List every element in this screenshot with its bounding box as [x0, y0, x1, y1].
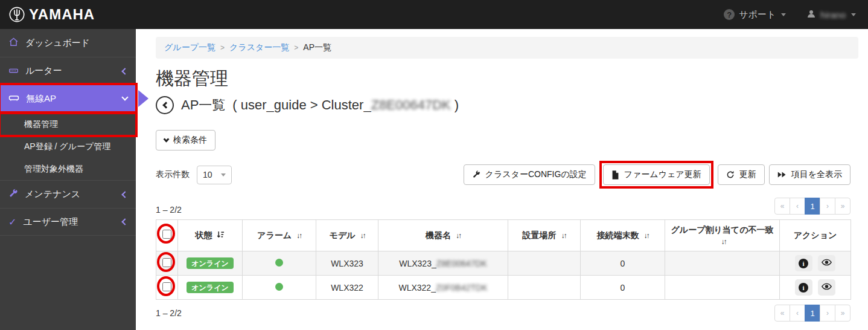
column-label: 設置場所: [523, 230, 557, 240]
support-menu[interactable]: ? サポート: [724, 9, 786, 21]
column-label: 状態: [196, 230, 212, 240]
column-header-clients[interactable]: 接続端末数 ↓↑: [581, 220, 665, 251]
result-range-text: 1 – 2/2: [156, 205, 182, 215]
row-checkbox[interactable]: [162, 282, 171, 291]
column-label: アクション: [794, 230, 837, 240]
search-conditions-button[interactable]: 検索条件: [156, 130, 215, 150]
device-view-button[interactable]: [818, 279, 835, 296]
pagination-page-1[interactable]: 1: [805, 198, 820, 215]
location-cell: [508, 276, 581, 300]
pagination-last-button[interactable]: »: [835, 305, 850, 322]
sidebar-item-device-management[interactable]: 機器管理: [0, 113, 136, 135]
row-checkbox[interactable]: [162, 258, 171, 267]
sidebar-item-label: AP登録 / グループ管理: [24, 141, 110, 152]
column-header-actions: アクション: [780, 220, 851, 251]
main-content: グループ一覧 > クラスター一覧 > AP一覧 機器管理 AP一覧 ( user…: [136, 29, 868, 330]
table-row: オンライン WLX322 WLX322_Z0F0B42TDK 0 i: [156, 276, 851, 300]
eye-icon: [822, 259, 832, 268]
support-label: サポート: [739, 9, 776, 21]
wrench-icon: [472, 170, 480, 179]
sort-icon: ↓↑: [456, 231, 461, 240]
mismatch-cell: [665, 276, 780, 300]
cluster-config-button[interactable]: クラスターCONFIGの設定: [464, 164, 595, 185]
pagination-first-button[interactable]: «: [774, 305, 790, 322]
sidebar-item-unmanaged-devices[interactable]: 管理対象外機器: [0, 158, 136, 180]
user-icon: [806, 9, 816, 21]
device-info-button[interactable]: i: [795, 279, 812, 296]
cluster-config-label: クラスターCONFIGの設定: [485, 169, 587, 180]
access-point-icon: [8, 94, 19, 104]
device-name-prefix: WLX322_: [398, 283, 435, 293]
sidebar-item-maintenance[interactable]: メンテナンス: [0, 180, 136, 208]
sidebar-item-label: メンテナンス: [25, 189, 116, 200]
file-icon: [611, 170, 619, 180]
top-navbar: YAMAHA ? サポート hirano: [0, 0, 868, 29]
device-name-cell: WLX323_Z8E00647DK: [378, 251, 508, 276]
page-size-select[interactable]: 10: [197, 166, 232, 184]
column-label: 機器名: [426, 230, 451, 240]
device-serial-masked: Z8E00647DK: [436, 259, 487, 268]
eye-icon: [822, 283, 832, 292]
sidebar-item-dashboard[interactable]: ダッシュボード: [0, 29, 136, 57]
column-header-location[interactable]: 設置場所 ↓↑: [508, 220, 581, 251]
mismatch-cell: [665, 251, 780, 276]
list-label: AP一覧: [181, 96, 225, 114]
fast-forward-icon: [777, 171, 787, 178]
active-item-arrow: [138, 90, 148, 107]
pagination-first-button[interactable]: «: [774, 198, 790, 215]
breadcrumb-group-list[interactable]: グループ一覧: [164, 42, 215, 53]
sidebar-item-wireless-ap[interactable]: 無線AP: [0, 85, 136, 112]
breadcrumb: グループ一覧 > クラスター一覧 > AP一覧: [156, 37, 858, 59]
pagination-prev-button[interactable]: ‹: [790, 305, 805, 322]
device-view-button[interactable]: [818, 255, 835, 271]
chevron-down-icon: [164, 137, 170, 143]
breadcrumb-separator: >: [220, 44, 225, 52]
chevron-left-icon: [162, 102, 169, 108]
column-header-status[interactable]: 状態: [178, 220, 243, 251]
device-info-button[interactable]: i: [795, 255, 812, 271]
result-range-text-bottom: 1 – 2/2: [156, 308, 182, 318]
column-label: 接続端末数: [597, 230, 639, 240]
sort-icon: ↓↑: [360, 231, 365, 240]
pagination-next-button[interactable]: ›: [820, 198, 835, 215]
breadcrumb-ap-list: AP一覧: [303, 42, 331, 53]
check-icon: ✓: [8, 216, 16, 228]
column-header-group-mismatch[interactable]: グループ割り当ての不一致 ↓↑: [665, 220, 780, 251]
user-name: hirano: [820, 10, 846, 20]
clients-cell: 0: [581, 251, 665, 276]
column-header-device-name[interactable]: 機器名 ↓↑: [378, 220, 508, 251]
pagination-last-button[interactable]: »: [835, 198, 850, 215]
cluster-context: ( user_guide > Cluster_Z8E00647DK ): [232, 97, 459, 113]
router-icon: [8, 65, 19, 77]
cluster-id-masked: Z8E00647DK: [371, 97, 451, 112]
pagination-prev-button[interactable]: ‹: [790, 198, 805, 215]
chevron-left-icon: [121, 68, 128, 74]
show-all-columns-button[interactable]: 項目を全表示: [769, 164, 850, 185]
device-table: 状態 アラーム ↓↑: [156, 219, 851, 300]
back-button[interactable]: [156, 96, 174, 114]
sidebar-item-router[interactable]: ルーター: [0, 57, 136, 85]
sidebar-item-ap-registration[interactable]: AP登録 / グループ管理: [0, 135, 136, 158]
model-cell: WLX322: [316, 276, 378, 300]
pagination-top: « ‹ 1 › »: [774, 198, 850, 215]
home-icon: [8, 37, 19, 49]
table-controls: 表示件数 10 クラスター: [156, 161, 850, 189]
wrench-icon: [8, 189, 18, 200]
pagination-page-1[interactable]: 1: [805, 305, 820, 322]
sidebar-item-user-management[interactable]: ✓ ユーザー管理: [0, 208, 136, 236]
pagination-next-button[interactable]: ›: [820, 305, 835, 322]
breadcrumb-cluster-list[interactable]: クラスター一覧: [229, 42, 289, 53]
cluster-context-suffix: ): [451, 97, 459, 112]
sidebar-item-label: 無線AP: [26, 93, 116, 105]
device-serial-masked: Z0F0B42TDK: [436, 283, 488, 293]
user-menu[interactable]: hirano: [806, 9, 856, 21]
actions-cell: i: [780, 276, 851, 300]
page-title: 機器管理: [156, 66, 850, 91]
refresh-button[interactable]: 更新: [718, 164, 765, 185]
firmware-update-button[interactable]: ファームウェア更新: [603, 164, 710, 185]
show-all-columns-label: 項目を全表示: [791, 169, 842, 180]
select-all-checkbox[interactable]: [162, 230, 171, 239]
sort-icon: ↓↑: [561, 231, 566, 240]
column-header-model[interactable]: モデル ↓↑: [316, 220, 378, 251]
column-header-alarm[interactable]: アラーム ↓↑: [243, 220, 316, 251]
